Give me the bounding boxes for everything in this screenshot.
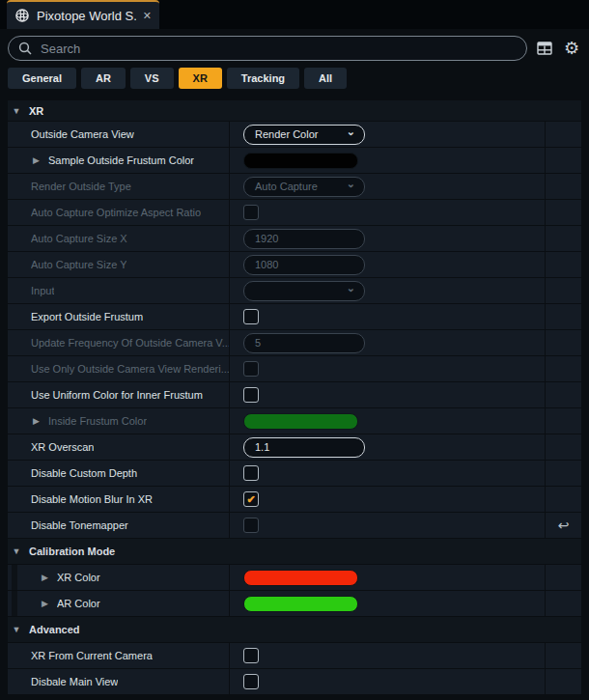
row-disbale-main-view: Disbale Main View [8, 669, 581, 695]
render-outside-type-dropdown: Auto Capture ⌄ [243, 177, 365, 197]
filter-ar-button[interactable]: AR [81, 68, 126, 89]
row-outside-camera-view: Outside Camera View Render Color ⌄ [8, 122, 581, 148]
chevron-down-icon: ⌄ [347, 286, 355, 292]
property-label: Disbale Main View [31, 676, 118, 687]
property-label: Render Outside Type [31, 181, 131, 192]
section-header-advanced[interactable]: ▼ Advanced [8, 617, 581, 643]
row-ar-color: ▶ AR Color [8, 591, 581, 617]
tab-title: Pixotope World S... [37, 9, 136, 23]
outside-camera-view-dropdown[interactable]: Render Color ⌄ [243, 125, 365, 145]
expand-triangle-icon[interactable]: ▶ [42, 573, 51, 582]
property-label: Disable Custom Depth [31, 467, 137, 479]
property-label: XR Overscan [31, 441, 94, 453]
property-label: Disable Tonemapper [31, 519, 128, 531]
row-sample-outside-frustum-color: ▶ Sample Outside Frustum Color [8, 148, 581, 174]
property-label: Inside Frustum Color [48, 415, 147, 427]
section-header-calibration-mode[interactable]: ▼ Calibration Mode [8, 539, 581, 565]
property-label: Auto Capture Size Y [31, 259, 126, 270]
row-disable-custom-depth: Disable Custom Depth [8, 461, 581, 487]
use-uniform-color-checkbox[interactable] [243, 387, 259, 403]
toolbar: ⚙ [0, 29, 589, 68]
row-render-outside-type: Render Outside Type Auto Capture ⌄ [8, 174, 581, 200]
property-label: Sample Outside Frustum Color [48, 154, 194, 166]
disable-tonemapper-checkbox[interactable] [243, 518, 259, 533]
disable-motion-blur-checkbox[interactable]: ✔ [243, 491, 259, 507]
disbale-main-view-checkbox[interactable] [243, 674, 259, 689]
property-label: XR Color [57, 572, 100, 583]
row-auto-capture-size-y: Auto Capture Size Y [8, 252, 581, 278]
property-label: AR Color [57, 598, 100, 609]
filter-all-button[interactable]: All [304, 68, 347, 89]
search-box[interactable] [8, 36, 527, 61]
chevron-down-icon: ⌄ [347, 129, 355, 135]
property-label: Outside Camera View [31, 128, 134, 140]
property-label: Update Frequency Of Outside Camera V... [31, 337, 229, 349]
section-title: Advanced [29, 624, 80, 635]
row-xr-from-current-camera: XR From Current Camera [8, 643, 581, 669]
property-label: Export Outside Frustum [31, 311, 143, 322]
expand-triangle-icon[interactable]: ▶ [33, 416, 42, 426]
property-label: Use Only Outside Camera View Renderi... [31, 363, 229, 375]
expand-triangle-icon[interactable]: ▶ [33, 155, 42, 165]
search-icon [18, 42, 33, 56]
row-auto-capture-size-x: Auto Capture Size X [8, 226, 581, 252]
property-label: Use Uniform Color for Inner Frustum [31, 389, 203, 401]
row-inside-frustum-color: ▶ Inside Frustum Color [8, 408, 581, 434]
row-auto-capture-optimize-aspect-ratio: Auto Capture Optimize Aspect Ratio [8, 200, 581, 226]
tab-pixotope-world-settings[interactable]: Pixotope World S... ✕ [7, 0, 159, 29]
xr-overscan-input[interactable] [243, 437, 365, 458]
use-only-outside-camera-view-checkbox [243, 361, 259, 377]
detail-view-options-icon[interactable] [535, 39, 554, 58]
auto-capture-size-x-input [243, 229, 365, 249]
sample-outside-frustum-color-swatch[interactable] [243, 153, 358, 169]
tab-close-icon[interactable]: ✕ [143, 10, 152, 22]
auto-capture-optimize-aspect-ratio-checkbox [243, 205, 259, 220]
row-update-frequency: Update Frequency Of Outside Camera V... [8, 330, 581, 356]
row-xr-color: ▶ XR Color [8, 565, 581, 591]
xr-color-swatch[interactable] [243, 570, 358, 586]
row-disable-motion-blur-in-xr: Disable Motion Blur In XR ✔ [8, 487, 581, 513]
row-input: Input ⌄ [8, 278, 581, 304]
section-title: XR [29, 105, 43, 117]
collapse-triangle-icon: ▼ [12, 546, 21, 556]
property-label: XR From Current Camera [31, 650, 153, 661]
settings-gear-icon[interactable]: ⚙ [562, 39, 581, 58]
section-header-xr[interactable]: ▼ XR [8, 100, 581, 122]
pixotope-world-settings-panel: Pixotope World S... ✕ ⚙ General AR [0, 0, 589, 700]
row-use-uniform-color-inner-frustum: Use Uniform Color for Inner Frustum [8, 382, 581, 408]
expand-triangle-icon[interactable]: ▶ [42, 599, 51, 608]
section-title: Calibration Mode [29, 546, 115, 557]
property-label: Auto Capture Size X [31, 233, 127, 244]
xr-from-current-camera-checkbox[interactable] [243, 648, 259, 663]
disable-custom-depth-checkbox[interactable] [243, 465, 259, 481]
export-outside-frustum-checkbox[interactable] [243, 309, 259, 324]
row-disable-tonemapper: Disable Tonemapper ↩ [8, 513, 581, 539]
reset-to-default-icon[interactable]: ↩ [558, 518, 570, 533]
row-export-outside-frustum: Export Outside Frustum [8, 304, 581, 330]
filter-xr-button[interactable]: XR [179, 68, 222, 89]
filter-general-button[interactable]: General [8, 68, 76, 89]
update-frequency-input [243, 333, 365, 353]
input-dropdown: ⌄ [243, 281, 365, 301]
row-use-only-outside-camera-view: Use Only Outside Camera View Renderi... [8, 356, 581, 382]
search-input[interactable] [41, 42, 517, 56]
collapse-triangle-icon: ▼ [12, 106, 21, 116]
check-icon: ✔ [246, 494, 255, 505]
filter-vs-button[interactable]: VS [130, 68, 174, 89]
tab-bar: Pixotope World S... ✕ [0, 0, 589, 29]
property-label: Input [31, 285, 54, 296]
property-label: Disable Motion Blur In XR [31, 493, 153, 505]
filter-button-row: General AR VS XR Tracking All [0, 68, 589, 93]
pixotope-logo-icon [14, 8, 30, 23]
inside-frustum-color-swatch [243, 413, 358, 430]
row-xr-overscan: XR Overscan [8, 434, 581, 461]
property-label: Auto Capture Optimize Aspect Ratio [31, 207, 201, 218]
filter-tracking-button[interactable]: Tracking [227, 68, 299, 89]
auto-capture-size-y-input [243, 255, 365, 275]
collapse-triangle-icon: ▼ [12, 625, 21, 634]
chevron-down-icon: ⌄ [347, 182, 355, 187]
ar-color-swatch[interactable] [243, 596, 358, 612]
